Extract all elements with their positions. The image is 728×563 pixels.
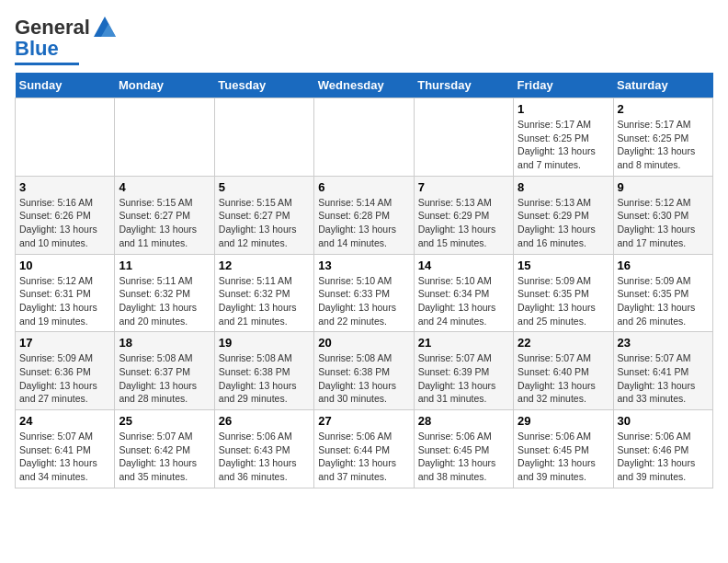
calendar-day-cell: 19Sunrise: 5:08 AM Sunset: 6:38 PM Dayli… xyxy=(214,332,313,410)
calendar-day-cell: 5Sunrise: 5:15 AM Sunset: 6:27 PM Daylig… xyxy=(214,176,313,254)
calendar-table: SundayMondayTuesdayWednesdayThursdayFrid… xyxy=(15,73,713,488)
calendar-day-cell: 9Sunrise: 5:12 AM Sunset: 6:30 PM Daylig… xyxy=(613,176,712,254)
day-info: Sunrise: 5:06 AM Sunset: 6:45 PM Dayligh… xyxy=(518,430,609,484)
day-info: Sunrise: 5:08 AM Sunset: 6:38 PM Dayligh… xyxy=(318,351,409,406)
day-number: 25 xyxy=(119,414,210,428)
calendar-day-cell xyxy=(314,98,414,177)
day-info: Sunrise: 5:11 AM Sunset: 6:32 PM Dayligh… xyxy=(219,274,310,328)
day-number: 6 xyxy=(318,180,409,194)
calendar-day-cell xyxy=(214,98,313,177)
logo-underline xyxy=(15,63,79,65)
day-info: Sunrise: 5:17 AM Sunset: 6:25 PM Dayligh… xyxy=(518,118,609,172)
calendar-day-cell: 1Sunrise: 5:17 AM Sunset: 6:25 PM Daylig… xyxy=(514,98,613,177)
day-number: 18 xyxy=(119,336,210,350)
day-number: 24 xyxy=(19,414,110,428)
day-info: Sunrise: 5:15 AM Sunset: 6:27 PM Dayligh… xyxy=(119,196,210,250)
calendar-day-cell: 23Sunrise: 5:07 AM Sunset: 6:41 PM Dayli… xyxy=(613,332,712,410)
day-number: 29 xyxy=(518,414,609,428)
day-number: 12 xyxy=(219,259,310,272)
day-info: Sunrise: 5:12 AM Sunset: 6:30 PM Dayligh… xyxy=(618,196,709,250)
calendar-day-cell: 13Sunrise: 5:10 AM Sunset: 6:33 PM Dayli… xyxy=(314,254,414,332)
day-number: 9 xyxy=(618,180,709,194)
calendar-week-row: 1Sunrise: 5:17 AM Sunset: 6:25 PM Daylig… xyxy=(16,98,713,177)
day-info: Sunrise: 5:14 AM Sunset: 6:28 PM Dayligh… xyxy=(318,196,409,250)
day-info: Sunrise: 5:11 AM Sunset: 6:32 PM Dayligh… xyxy=(119,274,210,328)
day-info: Sunrise: 5:09 AM Sunset: 6:36 PM Dayligh… xyxy=(19,351,110,406)
day-number: 2 xyxy=(618,102,709,116)
day-number: 15 xyxy=(518,259,609,272)
calendar-day-cell: 6Sunrise: 5:14 AM Sunset: 6:28 PM Daylig… xyxy=(314,176,414,254)
day-info: Sunrise: 5:15 AM Sunset: 6:27 PM Dayligh… xyxy=(219,196,310,250)
day-number: 28 xyxy=(418,414,509,428)
weekday-header: Saturday xyxy=(613,73,712,98)
calendar-week-row: 3Sunrise: 5:16 AM Sunset: 6:26 PM Daylig… xyxy=(16,176,713,254)
day-info: Sunrise: 5:17 AM Sunset: 6:25 PM Dayligh… xyxy=(618,118,709,172)
day-info: Sunrise: 5:13 AM Sunset: 6:29 PM Dayligh… xyxy=(418,196,509,250)
calendar-day-cell: 20Sunrise: 5:08 AM Sunset: 6:38 PM Dayli… xyxy=(314,332,414,410)
day-number: 14 xyxy=(418,259,509,272)
calendar-day-cell: 30Sunrise: 5:06 AM Sunset: 6:46 PM Dayli… xyxy=(613,410,712,488)
day-info: Sunrise: 5:08 AM Sunset: 6:37 PM Dayligh… xyxy=(119,351,210,406)
day-info: Sunrise: 5:07 AM Sunset: 6:42 PM Dayligh… xyxy=(119,430,210,484)
weekday-header: Sunday xyxy=(16,73,115,98)
calendar-day-cell: 28Sunrise: 5:06 AM Sunset: 6:45 PM Dayli… xyxy=(414,410,513,488)
day-number: 30 xyxy=(618,414,709,428)
calendar-day-cell: 2Sunrise: 5:17 AM Sunset: 6:25 PM Daylig… xyxy=(613,98,712,177)
day-number: 20 xyxy=(318,336,409,350)
day-info: Sunrise: 5:07 AM Sunset: 6:41 PM Dayligh… xyxy=(618,351,709,406)
day-info: Sunrise: 5:09 AM Sunset: 6:35 PM Dayligh… xyxy=(518,274,609,328)
day-info: Sunrise: 5:06 AM Sunset: 6:45 PM Dayligh… xyxy=(418,430,509,484)
calendar-day-cell: 16Sunrise: 5:09 AM Sunset: 6:35 PM Dayli… xyxy=(613,254,712,332)
day-info: Sunrise: 5:07 AM Sunset: 6:39 PM Dayligh… xyxy=(418,351,509,406)
day-number: 19 xyxy=(219,336,310,350)
weekday-header: Wednesday xyxy=(314,73,414,98)
calendar-week-row: 24Sunrise: 5:07 AM Sunset: 6:41 PM Dayli… xyxy=(16,410,713,488)
calendar-day-cell: 18Sunrise: 5:08 AM Sunset: 6:37 PM Dayli… xyxy=(115,332,214,410)
calendar-day-cell: 29Sunrise: 5:06 AM Sunset: 6:45 PM Dayli… xyxy=(514,410,613,488)
weekday-header-row: SundayMondayTuesdayWednesdayThursdayFrid… xyxy=(16,73,713,98)
day-number: 3 xyxy=(19,180,110,194)
calendar-day-cell: 10Sunrise: 5:12 AM Sunset: 6:31 PM Dayli… xyxy=(16,254,115,332)
day-info: Sunrise: 5:10 AM Sunset: 6:34 PM Dayligh… xyxy=(418,274,509,328)
calendar-day-cell: 11Sunrise: 5:11 AM Sunset: 6:32 PM Dayli… xyxy=(115,254,214,332)
header: General Blue xyxy=(15,15,713,65)
day-number: 16 xyxy=(618,259,709,272)
day-info: Sunrise: 5:07 AM Sunset: 6:40 PM Dayligh… xyxy=(518,351,609,406)
calendar-day-cell xyxy=(115,98,214,177)
day-info: Sunrise: 5:09 AM Sunset: 6:35 PM Dayligh… xyxy=(618,274,709,328)
day-number: 8 xyxy=(518,180,609,194)
calendar-day-cell: 7Sunrise: 5:13 AM Sunset: 6:29 PM Daylig… xyxy=(414,176,513,254)
calendar-day-cell: 24Sunrise: 5:07 AM Sunset: 6:41 PM Dayli… xyxy=(16,410,115,488)
logo-icon xyxy=(92,15,118,40)
day-number: 26 xyxy=(219,414,310,428)
day-number: 7 xyxy=(418,180,509,194)
calendar-week-row: 17Sunrise: 5:09 AM Sunset: 6:36 PM Dayli… xyxy=(16,332,713,410)
day-number: 11 xyxy=(119,259,210,272)
day-number: 13 xyxy=(318,259,409,272)
day-info: Sunrise: 5:06 AM Sunset: 6:43 PM Dayligh… xyxy=(219,430,310,484)
weekday-header: Tuesday xyxy=(214,73,313,98)
day-number: 21 xyxy=(418,336,509,350)
weekday-header: Friday xyxy=(514,73,613,98)
day-number: 1 xyxy=(518,102,609,116)
day-info: Sunrise: 5:13 AM Sunset: 6:29 PM Dayligh… xyxy=(518,196,609,250)
day-number: 22 xyxy=(518,336,609,350)
calendar-day-cell: 14Sunrise: 5:10 AM Sunset: 6:34 PM Dayli… xyxy=(414,254,513,332)
calendar-day-cell: 8Sunrise: 5:13 AM Sunset: 6:29 PM Daylig… xyxy=(514,176,613,254)
day-number: 27 xyxy=(318,414,409,428)
day-info: Sunrise: 5:12 AM Sunset: 6:31 PM Dayligh… xyxy=(19,274,110,328)
day-info: Sunrise: 5:08 AM Sunset: 6:38 PM Dayligh… xyxy=(219,351,310,406)
calendar-day-cell: 26Sunrise: 5:06 AM Sunset: 6:43 PM Dayli… xyxy=(214,410,313,488)
day-info: Sunrise: 5:10 AM Sunset: 6:33 PM Dayligh… xyxy=(318,274,409,328)
day-number: 23 xyxy=(618,336,709,350)
day-number: 17 xyxy=(19,336,110,350)
calendar-week-row: 10Sunrise: 5:12 AM Sunset: 6:31 PM Dayli… xyxy=(16,254,713,332)
day-number: 10 xyxy=(19,259,110,272)
calendar-day-cell: 21Sunrise: 5:07 AM Sunset: 6:39 PM Dayli… xyxy=(414,332,513,410)
day-info: Sunrise: 5:16 AM Sunset: 6:26 PM Dayligh… xyxy=(19,196,110,250)
calendar-day-cell: 15Sunrise: 5:09 AM Sunset: 6:35 PM Dayli… xyxy=(514,254,613,332)
calendar-day-cell: 22Sunrise: 5:07 AM Sunset: 6:40 PM Dayli… xyxy=(514,332,613,410)
weekday-header: Thursday xyxy=(414,73,513,98)
logo: General Blue xyxy=(15,15,118,65)
weekday-header: Monday xyxy=(115,73,214,98)
